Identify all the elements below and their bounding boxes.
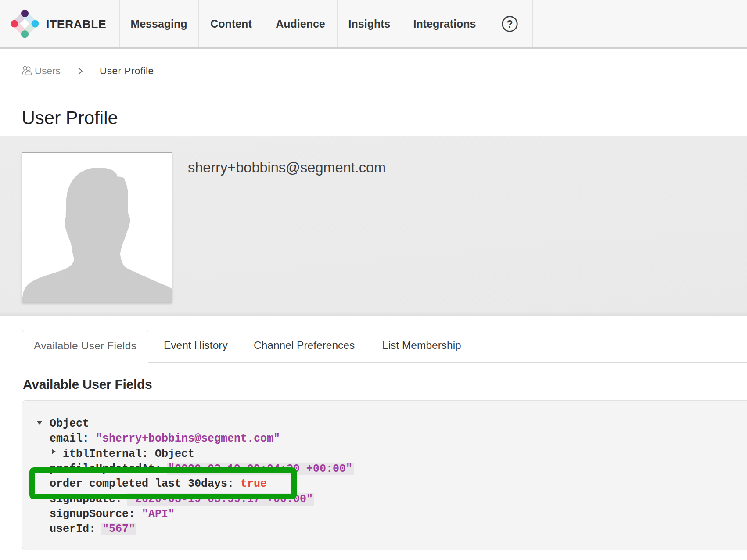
svg-text:?: ? (506, 18, 513, 30)
